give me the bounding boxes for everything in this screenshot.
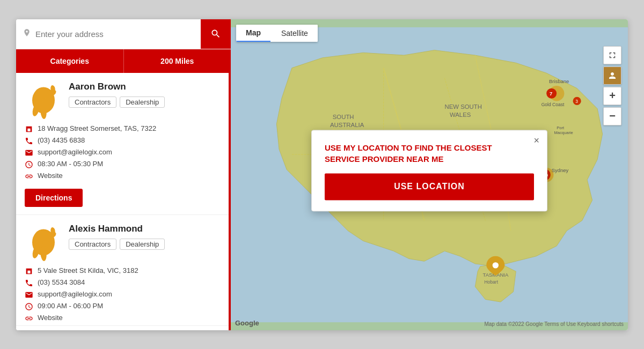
dealer-card-2: Alexis Hammond Contractors Dealership 5 … — [16, 215, 229, 326]
website-2: Website — [38, 314, 63, 322]
svg-text:Port: Port — [557, 125, 565, 130]
map-attribution: Google Map data ©2022 Google Terms of Us… — [231, 319, 628, 327]
hours-row-1: 08:30 AM - 05:30 PM — [25, 160, 220, 169]
dealer-info-2: Alexis Hammond Contractors Dealership — [69, 224, 220, 254]
tag-contractors-1: Contractors — [69, 96, 116, 108]
categories-filter[interactable]: Categories — [16, 49, 123, 73]
link-icon-2 — [25, 314, 33, 323]
svg-text:Macquarie: Macquarie — [554, 130, 573, 135]
address-row-2: 5 Vale Street St Kilda, VIC, 3182 — [25, 266, 220, 276]
svg-text:WALES: WALES — [450, 111, 471, 117]
streetview-button[interactable] — [603, 66, 621, 85]
svg-text:Sydney: Sydney — [552, 167, 569, 173]
phone-row-1: (03) 4435 6838 — [25, 136, 220, 145]
search-input-wrapper — [16, 28, 201, 40]
email-1: support@agilelogix.com — [38, 148, 112, 156]
svg-point-15 — [51, 228, 55, 232]
clock-icon-1 — [25, 160, 33, 169]
clock-icon-2 — [25, 302, 33, 311]
website-row-1: Website — [25, 172, 220, 181]
search-input[interactable] — [35, 29, 194, 39]
dealer-name-2: Alexis Hammond — [69, 224, 220, 234]
address-1: 18 Wragg Street Somerset, TAS, 7322 — [38, 124, 156, 132]
svg-text:NEW SOUTH: NEW SOUTH — [444, 103, 482, 109]
google-logo: Google — [235, 319, 259, 327]
dealer-info-1: Aaron Brown Contractors Dealership — [69, 81, 220, 112]
location-icon — [23, 28, 31, 40]
hours-row-2: 09:00 AM - 06:00 PM — [25, 302, 220, 311]
svg-rect-17 — [27, 270, 30, 273]
dealer-card-1: Aaron Brown Contractors Dealership 18 Wr… — [16, 73, 229, 215]
left-panel: Categories 200 Miles — [16, 19, 231, 330]
phone-icon-1 — [25, 137, 33, 145]
email-row-2: support@agilelogix.com — [25, 290, 220, 299]
website-row-2: Website — [25, 314, 220, 323]
hours-1: 08:30 AM - 05:30 PM — [38, 160, 103, 168]
svg-point-43 — [493, 262, 499, 268]
phone-1: (03) 4435 6838 — [38, 136, 85, 144]
search-button[interactable] — [201, 19, 231, 49]
address-icon-1 — [25, 125, 33, 133]
map-attribution-text: Map data ©2022 Google Terms of Use Keybo… — [484, 321, 624, 327]
dealer-tags-2: Contractors Dealership — [69, 239, 220, 250]
kangaroo-logo-1 — [25, 81, 62, 119]
svg-text:Hobart: Hobart — [484, 279, 498, 285]
categories-label: Categories — [50, 57, 89, 65]
dealer-header-2: Alexis Hammond Contractors Dealership — [25, 224, 220, 261]
address-row-1: 18 Wragg Street Somerset, TAS, 7322 — [25, 124, 220, 133]
email-row-1: support@agilelogix.com — [25, 148, 220, 157]
kangaroo-logo-2 — [25, 224, 62, 261]
filter-bar: Categories 200 Miles — [16, 49, 231, 73]
tag-dealership-1: Dealership — [120, 96, 165, 108]
location-modal: × USE MY LOCATION TO FIND THE CLOSEST SE… — [311, 130, 547, 211]
svg-text:Gold Coast: Gold Coast — [541, 101, 565, 107]
svg-text:AUSTRALIA: AUSTRALIA — [330, 121, 364, 128]
dealer-name-1: Aaron Brown — [69, 81, 220, 92]
map-tabs: Map Satellite — [236, 25, 318, 42]
fullscreen-button[interactable] — [603, 46, 621, 64]
dealer-details-1: 18 Wragg Street Somerset, TAS, 7322 (03)… — [25, 124, 220, 181]
address-2: 5 Vale Street St Kilda, VIC, 3182 — [38, 266, 138, 274]
email-icon-2 — [25, 291, 33, 299]
dealer-tags-1: Contractors Dealership — [69, 96, 220, 108]
map-area: Map Satellite SOUTH AUSTRALIA — [231, 19, 628, 330]
svg-text:SOUTH: SOUTH — [333, 113, 354, 120]
link-icon-1 — [25, 172, 33, 181]
dealer-details-2: 5 Vale Street St Kilda, VIC, 3182 (03) 5… — [25, 266, 220, 323]
email-2: support@agilelogix.com — [38, 290, 112, 298]
tag-dealership-2: Dealership — [120, 239, 165, 250]
svg-text:3: 3 — [575, 99, 578, 104]
map-controls: + − — [603, 46, 621, 125]
directions-button-1[interactable]: Directions — [25, 189, 83, 207]
website-1: Website — [38, 172, 63, 180]
tag-contractors-2: Contractors — [69, 239, 116, 250]
app-container: Categories 200 Miles — [16, 19, 628, 330]
svg-point-6 — [51, 86, 55, 90]
phone-icon-2 — [25, 279, 33, 287]
tab-satellite[interactable]: Satellite — [272, 25, 318, 42]
dealer-header-1: Aaron Brown Contractors Dealership — [25, 81, 220, 119]
phone-row-2: (03) 5534 3084 — [25, 278, 220, 287]
email-icon-1 — [25, 148, 33, 157]
phone-2: (03) 5534 3084 — [38, 278, 85, 286]
svg-rect-8 — [27, 128, 30, 131]
modal-close-button[interactable]: × — [533, 136, 539, 145]
miles-filter[interactable]: 200 Miles — [123, 49, 231, 73]
miles-label: 200 Miles — [160, 57, 194, 65]
search-bar — [16, 19, 231, 49]
tab-map[interactable]: Map — [236, 25, 270, 42]
hours-2: 09:00 AM - 06:00 PM — [38, 302, 103, 310]
svg-text:7: 7 — [550, 91, 552, 96]
modal-title: USE MY LOCATION TO FIND THE CLOSEST SERV… — [325, 142, 534, 165]
address-icon-2 — [25, 267, 33, 276]
zoom-in-button[interactable]: + — [603, 87, 621, 105]
results-list: Aaron Brown Contractors Dealership 18 Wr… — [16, 73, 231, 330]
zoom-out-button[interactable]: − — [603, 107, 621, 125]
svg-text:Brisbane: Brisbane — [549, 78, 569, 84]
use-location-button[interactable]: USE LOCATION — [325, 173, 534, 200]
